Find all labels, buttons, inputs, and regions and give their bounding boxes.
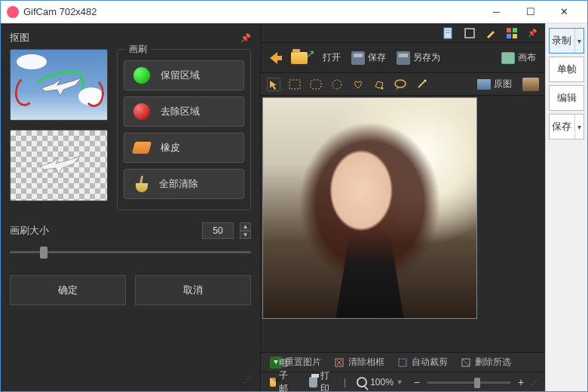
maximize-button[interactable]: ☐	[513, 1, 547, 23]
save-as-button[interactable]: 另存为	[394, 49, 443, 67]
status-bar: 电子邮件 打印 | 100% ▼ −	[261, 372, 545, 391]
preview-result[interactable]	[10, 130, 108, 201]
save-button[interactable]: 保存	[348, 49, 389, 67]
keep-area-button[interactable]: 保留区域	[124, 60, 244, 90]
pointer-tool-icon[interactable]	[267, 78, 280, 91]
auto-crop-label: 自动裁剪	[412, 356, 448, 369]
circle-dashed-icon[interactable]	[330, 78, 344, 91]
minimize-button[interactable]: ─	[479, 1, 513, 23]
original-image-button[interactable]: 原图	[474, 75, 515, 93]
photo-content	[263, 98, 476, 318]
canvas-viewport[interactable]	[261, 96, 545, 352]
record-button[interactable]: 录制	[549, 28, 584, 54]
zoom-slider-thumb[interactable]	[474, 378, 480, 388]
zoom-in-button[interactable]: +	[518, 376, 524, 388]
bird-cutout-icon	[36, 155, 81, 176]
svg-point-10	[332, 80, 341, 89]
window-body: 抠图 📌	[1, 23, 587, 391]
brush-group: 画刷 保留区域 去除区域 橡皮	[117, 49, 251, 210]
clear-frame-label: 清除相框	[348, 356, 384, 369]
ellipse-lasso-icon[interactable]	[394, 78, 407, 91]
svg-rect-15	[399, 359, 406, 366]
svg-rect-5	[513, 28, 517, 32]
green-dot-icon	[133, 67, 150, 84]
original-label: 原图	[494, 78, 512, 90]
panel-resize-grip[interactable]: ⋰	[10, 371, 251, 384]
side-button-column: 录制 单帧 编辑 保存	[545, 23, 587, 391]
save-side-button[interactable]: 保存	[549, 114, 584, 139]
disk-icon	[351, 51, 365, 65]
brush-size-label: 画刷大小	[10, 224, 49, 237]
pin-icon[interactable]: 📌	[240, 32, 251, 43]
eraser-button[interactable]: 橡皮	[124, 133, 244, 163]
window-title: GifCam 702x482	[23, 6, 479, 17]
titlebar: GifCam 702x482 ─ ☐ ✕	[1, 1, 587, 23]
svg-rect-1	[446, 30, 450, 31]
brush-group-title: 画刷	[125, 43, 151, 56]
statusbar-resize-grip[interactable]: ⋰	[531, 378, 539, 386]
single-frame-button[interactable]: 单帧	[549, 57, 584, 82]
main-toolbar: ↗ 打开 保存 另存为 画布	[261, 43, 545, 73]
preview-column	[10, 49, 108, 210]
print-button[interactable]: 打印	[306, 368, 336, 393]
zoom-icon	[357, 377, 367, 387]
spinner-up[interactable]: ▲	[240, 222, 251, 231]
brush-size-row: 画刷大小 50 ▲ ▼	[10, 222, 251, 239]
zoom-out-button[interactable]: −	[414, 376, 420, 388]
zoom-dropdown-icon[interactable]: ▼	[397, 378, 403, 386]
heart-icon[interactable]	[351, 78, 365, 91]
broom-icon	[133, 176, 149, 192]
single-frame-label: 单帧	[557, 63, 577, 76]
printer-icon	[309, 377, 317, 387]
cancel-button[interactable]: 取消	[135, 275, 251, 305]
crop-icon	[397, 357, 409, 369]
svg-point-12	[395, 80, 406, 87]
keep-area-label: 保留区域	[161, 69, 200, 82]
delete-selected-label: 删除所选	[475, 356, 511, 369]
save-as-label: 另存为	[413, 51, 440, 64]
remove-area-button[interactable]: 去除区域	[124, 96, 244, 127]
image-thumb-icon	[477, 79, 491, 90]
polygon-lasso-icon[interactable]	[372, 78, 386, 91]
mail-icon	[270, 378, 276, 387]
slider-thumb[interactable]	[40, 247, 47, 259]
zoom-control[interactable]: 100% ▼	[354, 375, 406, 389]
clear-frame-button[interactable]: 清除相框	[330, 354, 387, 370]
svg-rect-7	[513, 34, 517, 38]
color-grid-icon[interactable]	[506, 27, 518, 39]
record-label: 录制	[552, 34, 571, 47]
fullscreen-icon[interactable]	[464, 27, 476, 39]
secondary-thumb-icon[interactable]	[522, 78, 539, 91]
svg-rect-3	[465, 29, 474, 38]
auto-crop-button[interactable]: 自动裁剪	[394, 354, 451, 370]
rounded-rect-icon[interactable]	[309, 78, 323, 91]
print-label: 打印	[320, 369, 333, 393]
open-button[interactable]: ↗ 打开	[288, 49, 344, 66]
brush-size-slider[interactable]	[10, 245, 251, 259]
zoom-slider[interactable]	[427, 376, 510, 388]
document-icon[interactable]	[443, 27, 455, 39]
rect-dashed-icon[interactable]	[288, 78, 302, 91]
spinner-down[interactable]: ▼	[240, 231, 251, 239]
email-button[interactable]: 电子邮件	[267, 355, 299, 393]
svg-rect-9	[311, 80, 321, 89]
app-icon	[7, 6, 19, 18]
mini-toolbar: 📌	[261, 23, 545, 43]
delete-selected-button[interactable]: 删除所选	[457, 354, 514, 370]
ok-button[interactable]: 确定	[10, 275, 126, 305]
canvas-button[interactable]: 画布	[498, 49, 539, 66]
brush-size-value[interactable]: 50	[202, 222, 234, 239]
email-label: 电子邮件	[279, 357, 296, 393]
remove-area-label: 去除区域	[161, 105, 200, 118]
close-button[interactable]: ✕	[547, 1, 581, 23]
image-canvas[interactable]	[262, 97, 477, 319]
brush-size-spinner: ▲ ▼	[240, 222, 251, 239]
clear-all-button[interactable]: 全部清除	[124, 169, 244, 199]
magic-wand-icon[interactable]	[415, 78, 428, 91]
toolbar-pin-icon[interactable]: 📌	[527, 28, 537, 38]
edit-button[interactable]: 编辑	[549, 85, 584, 111]
back-arrow-icon[interactable]	[267, 50, 283, 66]
preview-original[interactable]	[10, 49, 108, 121]
open-arrow-icon: ↗	[306, 47, 315, 60]
pencil-icon[interactable]	[485, 27, 497, 39]
